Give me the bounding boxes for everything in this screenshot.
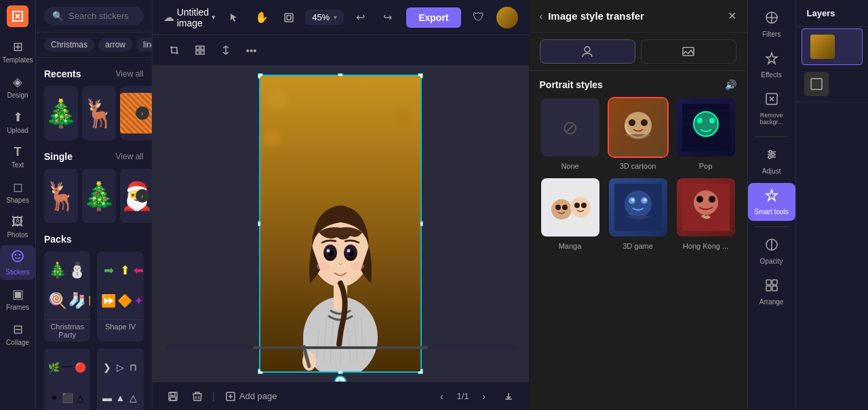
- recents-next-arrow[interactable]: ›: [136, 106, 149, 120]
- crop-tool-btn[interactable]: [163, 39, 185, 61]
- sticker-recent-1[interactable]: 🦌: [82, 86, 116, 140]
- file-info[interactable]: ☁ Untitled image ▾: [163, 7, 216, 28]
- sidebar-item-upload[interactable]: ⬆ Upload: [0, 106, 35, 138]
- back-button[interactable]: ‹: [540, 11, 543, 22]
- rtool-opacity[interactable]: Opacity: [748, 232, 795, 270]
- close-button[interactable]: ✕: [728, 9, 736, 22]
- pack-name-christmas: Christmas Party: [44, 319, 90, 342]
- shield-button[interactable]: 🛡: [468, 7, 490, 28]
- remove-bg-label: Remove backgr...: [751, 112, 793, 125]
- grid-tool-btn[interactable]: [189, 39, 211, 61]
- style-card-manga[interactable]: Manga: [540, 177, 601, 250]
- style-thumb-3dcartoon: [608, 97, 669, 158]
- sidebar-item-photos[interactable]: 🖼 Photos: [0, 211, 35, 243]
- style-thumb-pop: [675, 97, 736, 158]
- sticker-single-1[interactable]: 🎄: [82, 169, 116, 223]
- single-title: Single: [44, 151, 73, 162]
- undo-btn[interactable]: ↩: [349, 7, 371, 28]
- svg-point-55: [555, 205, 561, 210]
- h-scrollbar-thumb[interactable]: [253, 346, 427, 349]
- single-view-all[interactable]: View all: [116, 152, 144, 161]
- search-input-wrap[interactable]: 🔍: [44, 7, 144, 25]
- layer-item-2[interactable]: [796, 66, 868, 102]
- canvas-area[interactable]: Page 1 ↻: [153, 66, 529, 382]
- svg-rect-84: [811, 79, 822, 89]
- tools-sidebar: ⊞ Templates ◈ Design ⬆ Upload T Text ◻ S…: [0, 0, 36, 410]
- frames-icon: ▣: [12, 287, 24, 302]
- style-card-pop[interactable]: Pop: [675, 97, 736, 170]
- rtool-smart-tools[interactable]: Smart tools: [748, 183, 795, 221]
- trash-btn[interactable]: [188, 387, 207, 406]
- pack-sticker: ⬆: [117, 255, 132, 285]
- rtool-adjust[interactable]: Adjust: [748, 142, 795, 180]
- pack-shape4[interactable]: ➡ ⬆ ⬅ ⏩ 🔶 ✦ Shape IV: [97, 251, 143, 342]
- zoom-control[interactable]: 45% ▾: [305, 9, 344, 25]
- sidebar-item-frames[interactable]: ▣ Frames: [0, 283, 35, 315]
- svg-rect-32: [171, 392, 175, 396]
- add-page-btn[interactable]: Add page: [220, 388, 283, 404]
- rtool-arrange[interactable]: Arrange: [748, 273, 795, 311]
- tag-christmas[interactable]: Christmas: [44, 38, 94, 52]
- frame-tool-btn[interactable]: [278, 7, 300, 28]
- style-label-3dgame: 3D game: [623, 242, 653, 250]
- svg-point-43: [641, 119, 648, 126]
- sidebar-item-shapes[interactable]: ◻ Shapes: [0, 176, 35, 208]
- download-btn[interactable]: [499, 387, 518, 406]
- layer-item-1[interactable]: [802, 28, 863, 65]
- export-button[interactable]: Export: [406, 7, 460, 28]
- style-card-none[interactable]: ⊘ None: [540, 97, 601, 170]
- sidebar-item-text[interactable]: T Text: [0, 141, 35, 173]
- more-options-btn[interactable]: •••: [241, 39, 262, 61]
- style-card-3dcartoon[interactable]: 3D cartoon: [608, 97, 669, 170]
- tag-arrow[interactable]: arrow: [98, 38, 132, 52]
- tab-portrait[interactable]: [540, 39, 635, 64]
- rtool-remove-bg[interactable]: Remove backgr...: [748, 87, 795, 131]
- tag-line[interactable]: line: [136, 38, 152, 52]
- opacity-label: Opacity: [760, 258, 783, 265]
- style-card-hongkong[interactable]: Hong Kong ...: [675, 177, 736, 250]
- sidebar-item-collage[interactable]: ⊟ Collage: [0, 318, 35, 350]
- pan-tool-btn[interactable]: ✋: [251, 7, 273, 28]
- pack-sticker: △: [75, 383, 86, 410]
- pack-christmas-party[interactable]: 🎄 ⛄ 🧁 🍭 🧦 🎁 Christmas Party: [44, 251, 90, 342]
- avatar[interactable]: [496, 7, 518, 28]
- pack-black-imagination[interactable]: ❯ ▷ ⊓ ▬ ▲ △ Black Imagination: [97, 348, 143, 410]
- style-thumb-none: ⊘: [540, 97, 601, 158]
- svg-point-76: [769, 150, 772, 153]
- save-btn[interactable]: [163, 387, 182, 406]
- tab-landscape[interactable]: [641, 39, 736, 64]
- layers-panel: Layers: [795, 0, 868, 410]
- flip-tool-btn[interactable]: [215, 39, 237, 61]
- page-next-btn[interactable]: ›: [475, 387, 494, 406]
- rtool-effects[interactable]: Effects: [748, 46, 795, 84]
- style-card-3dgame[interactable]: 3D game: [608, 177, 669, 250]
- bottom-bar: | Add page ‹ 1/1 ›: [153, 382, 529, 410]
- upload-icon: ⬆: [13, 110, 23, 125]
- stickers-panel: 🔍 Christmas arrow line circ Recents View…: [36, 0, 153, 410]
- sticker-recent-0[interactable]: 🎄: [44, 86, 78, 140]
- pack-sticker: ▲: [115, 383, 126, 410]
- bottom-left: | Add page: [163, 387, 283, 406]
- packs-title: Packs: [44, 234, 71, 245]
- single-next-arrow[interactable]: ›: [136, 189, 149, 203]
- rotate-handle[interactable]: ↻: [334, 375, 347, 382]
- recents-view-all[interactable]: View all: [116, 69, 144, 79]
- pack-ins-creative[interactable]: 🌿 〰 🔴 ✦ ⬛ △ INS Creative Graphics: [44, 348, 90, 410]
- page-prev-btn[interactable]: ‹: [432, 387, 451, 406]
- style-title-row: ‹ Image style transfer: [540, 10, 644, 22]
- pack-sticker: 🧦: [68, 286, 86, 315]
- sidebar-item-stickers[interactable]: Stickers: [0, 245, 35, 280]
- sticker-single-0[interactable]: 🦌: [44, 169, 78, 223]
- rtool-filters[interactable]: Filters: [748, 5, 795, 43]
- sidebar-item-design[interactable]: ◈ Design: [0, 70, 35, 103]
- svg-rect-83: [772, 286, 777, 291]
- h-scrollbar[interactable]: [166, 346, 515, 349]
- sidebar-item-templates[interactable]: ⊞ Templates: [0, 35, 35, 68]
- file-name: Untitled image: [177, 7, 209, 28]
- svg-point-63: [631, 199, 634, 201]
- select-tool-btn[interactable]: [224, 7, 245, 28]
- redo-btn[interactable]: ↪: [376, 7, 398, 28]
- search-input[interactable]: [68, 11, 136, 21]
- app-logo[interactable]: [7, 5, 28, 27]
- opacity-icon: [765, 238, 778, 255]
